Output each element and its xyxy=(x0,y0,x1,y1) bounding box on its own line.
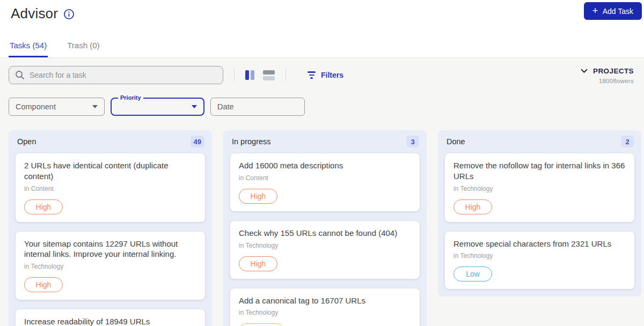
priority-badge: High xyxy=(24,277,63,292)
add-task-label: Add Task xyxy=(603,7,633,16)
projects-label: PROJECTS xyxy=(593,67,634,75)
task-card[interactable]: Check why 155 URLs cannot be found (404)… xyxy=(230,221,420,279)
kanban-column: Done 2 Remove the nofollow tag for inter… xyxy=(438,130,641,297)
projects-dropdown[interactable]: PROJECTS xyxy=(581,66,634,76)
card-category: in Technology xyxy=(239,309,411,316)
kanban-view-icon[interactable] xyxy=(245,70,254,80)
filter-icon xyxy=(308,71,316,79)
card-title: Add 16000 meta descriptions xyxy=(239,160,411,171)
card-category: in Content xyxy=(24,185,196,192)
column-count-badge: 3 xyxy=(406,136,419,147)
toolbar: Filters PROJECTS 1800flowers xyxy=(9,65,635,85)
priority-filter-label: Priority xyxy=(118,94,143,101)
date-filter-label: Date xyxy=(217,102,234,111)
priority-badge: High xyxy=(24,199,63,214)
search-input[interactable] xyxy=(9,66,223,84)
priority-badge: High xyxy=(453,199,492,214)
card-category: in Content xyxy=(239,174,411,182)
column-title: Open xyxy=(17,137,36,146)
task-card[interactable]: Your sitemap contains 12297 URLs without… xyxy=(16,232,205,300)
tab-trash[interactable]: Trash (0) xyxy=(66,36,100,57)
column-header: In progress 3 xyxy=(223,130,427,152)
projects-selector: PROJECTS 1800flowers xyxy=(581,66,635,84)
card-title: Add a canonical tag to 16707 URLs xyxy=(239,295,411,306)
search-icon xyxy=(15,70,25,82)
card-category: in Technology xyxy=(239,242,411,249)
column-header: Open 49 xyxy=(9,130,212,152)
filters-label: Filters xyxy=(321,71,343,79)
priority-filter[interactable]: Priority xyxy=(111,98,204,116)
card-title: 2 URLs have identical content (duplicate… xyxy=(24,160,196,182)
column-cards: 2 URLs have identical content (duplicate… xyxy=(9,152,212,326)
priority-badge: High xyxy=(239,256,277,271)
column-title: In progress xyxy=(232,137,271,146)
task-card[interactable]: Remove special characters from 2321 URLs… xyxy=(445,232,634,290)
component-filter-label: Component xyxy=(16,102,56,111)
task-card[interactable]: Increase readability of 18949 URLs in Co… xyxy=(16,309,205,326)
card-category: in Technology xyxy=(453,252,626,260)
card-title: Check why 155 URLs cannot be found (404) xyxy=(239,228,411,239)
divider xyxy=(286,69,286,82)
task-card[interactable]: Add 16000 meta descriptions in Content H… xyxy=(230,153,420,211)
kanban-column: Open 49 2 URLs have identical content (d… xyxy=(9,130,212,326)
kanban-column: In progress 3 Add 16000 meta description… xyxy=(223,130,427,326)
plus-icon: + xyxy=(592,5,598,16)
priority-badge: Low xyxy=(453,266,492,281)
filters-button[interactable]: Filters xyxy=(308,71,343,79)
caret-down-icon xyxy=(92,105,98,108)
task-card[interactable]: Add a canonical tag to 16707 URLs in Tec… xyxy=(230,288,420,326)
list-view-icon[interactable] xyxy=(263,70,275,80)
filter-row: Component Priority Date xyxy=(9,98,635,116)
date-filter[interactable]: Date xyxy=(210,98,305,116)
task-card[interactable]: Remove the nofollow tag for internal lin… xyxy=(445,153,634,222)
search-box xyxy=(9,66,223,84)
card-title: Remove the nofollow tag for internal lin… xyxy=(453,160,626,182)
divider xyxy=(234,69,235,82)
info-icon[interactable] xyxy=(63,9,75,20)
priority-badge: High xyxy=(239,189,277,204)
chevron-down-icon xyxy=(581,66,588,76)
card-category: in Technology xyxy=(24,263,196,270)
column-count-badge: 2 xyxy=(621,136,634,147)
column-cards: Remove the nofollow tag for internal lin… xyxy=(438,152,641,289)
page-title: Advisor xyxy=(11,5,58,22)
add-task-button[interactable]: + Add Task xyxy=(584,2,642,20)
component-filter[interactable]: Component xyxy=(9,98,105,116)
view-toggles xyxy=(245,70,275,80)
top-bar: Advisor + Add Task Tasks (54) Trash (0) xyxy=(0,0,644,58)
column-title: Done xyxy=(447,137,465,146)
card-title: Increase readability of 18949 URLs xyxy=(24,316,196,326)
tab-bar: Tasks (54) Trash (0) xyxy=(0,36,644,57)
priority-badge: Medium xyxy=(239,323,284,326)
caret-down-icon xyxy=(192,105,197,108)
project-name: 1800flowers xyxy=(581,78,634,84)
column-header: Done 2 xyxy=(438,130,641,152)
card-title: Your sitemap contains 12297 URLs without… xyxy=(24,239,196,260)
tab-tasks[interactable]: Tasks (54) xyxy=(9,36,48,57)
board: Open 49 2 URLs have identical content (d… xyxy=(9,130,641,326)
column-cards: Add 16000 meta descriptions in Content H… xyxy=(223,152,427,326)
card-title: Remove special characters from 2321 URLs xyxy=(453,239,626,249)
column-count-badge: 49 xyxy=(191,136,204,147)
main-content: Filters PROJECTS 1800flowers Component P… xyxy=(0,65,644,326)
card-category: in Technology xyxy=(453,185,626,192)
task-card[interactable]: 2 URLs have identical content (duplicate… xyxy=(16,153,205,222)
